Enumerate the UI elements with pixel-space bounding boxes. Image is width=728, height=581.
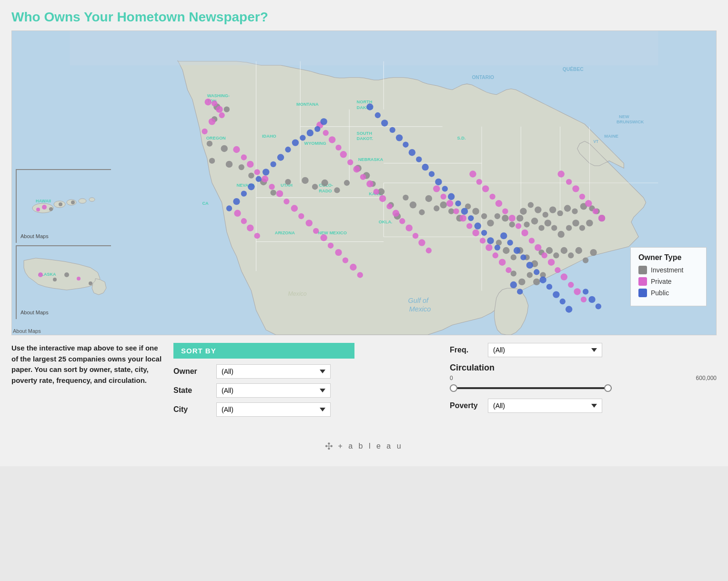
- svg-point-79: [434, 205, 439, 211]
- svg-point-200: [561, 273, 567, 280]
- svg-point-244: [468, 215, 474, 221]
- svg-point-281: [64, 272, 69, 277]
- svg-point-186: [469, 170, 476, 177]
- svg-point-284: [89, 281, 92, 285]
- legend-title: Owner Type: [638, 253, 698, 262]
- state-select[interactable]: (All): [216, 383, 331, 398]
- svg-text:CA: CA: [202, 201, 209, 206]
- svg-point-250: [507, 240, 513, 245]
- svg-point-177: [453, 209, 459, 214]
- description-text: Use the interactive map above to see if …: [11, 343, 164, 386]
- svg-point-154: [350, 264, 356, 270]
- svg-point-169: [399, 218, 405, 224]
- owner-label: Owner: [173, 367, 216, 376]
- svg-point-252: [520, 254, 526, 260]
- svg-point-171: [413, 233, 418, 239]
- svg-point-201: [568, 282, 574, 288]
- legend-label-investment: Investment: [651, 266, 683, 274]
- svg-point-96: [557, 231, 564, 238]
- controls-area: Use the interactive map above to see if …: [11, 343, 717, 431]
- svg-point-282: [77, 277, 81, 280]
- svg-point-157: [323, 130, 329, 136]
- svg-point-217: [307, 130, 313, 136]
- owner-select[interactable]: (All): [216, 364, 331, 379]
- range-thumb-left[interactable]: [450, 384, 457, 392]
- svg-point-208: [557, 170, 564, 177]
- svg-point-251: [514, 247, 520, 254]
- svg-point-249: [500, 232, 507, 239]
- main-container: Who Owns Your Hometown Newspaper?: [0, 0, 728, 466]
- svg-point-141: [254, 169, 260, 175]
- svg-text:BRUNSWICK: BRUNSWICK: [617, 120, 644, 124]
- svg-point-143: [269, 184, 274, 190]
- svg-text:MAINE: MAINE: [604, 134, 618, 139]
- svg-point-114: [503, 247, 509, 254]
- svg-point-149: [313, 228, 319, 234]
- svg-point-90: [516, 215, 523, 221]
- svg-point-172: [418, 239, 425, 246]
- svg-point-246: [481, 230, 487, 236]
- about-maps-bottom-label: About Maps: [13, 328, 41, 334]
- svg-text:WASHING-: WASHING-: [207, 93, 230, 98]
- svg-point-76: [410, 201, 416, 208]
- svg-point-165: [374, 189, 379, 194]
- svg-point-132: [205, 99, 212, 105]
- svg-point-91: [524, 221, 529, 227]
- svg-point-224: [256, 176, 262, 182]
- svg-point-190: [495, 200, 502, 207]
- svg-text:MONTANA: MONTANA: [296, 102, 319, 107]
- svg-point-128: [518, 279, 525, 285]
- svg-point-227: [233, 198, 240, 205]
- freq-select[interactable]: (All): [488, 343, 602, 357]
- svg-point-161: [347, 160, 353, 165]
- svg-point-181: [480, 238, 485, 243]
- svg-text:OREGON: OREGON: [206, 136, 226, 140]
- sort-panel: SORT BY Owner (All) State (All) City (Al…: [173, 343, 440, 421]
- svg-point-60: [248, 172, 254, 178]
- svg-point-234: [403, 142, 408, 148]
- svg-point-55: [207, 141, 212, 147]
- map-svg: WASHING- TON OREGON IDAHO MONTANA WYOMIN…: [12, 31, 716, 335]
- svg-text:RADO: RADO: [319, 189, 332, 193]
- svg-point-106: [564, 205, 571, 211]
- svg-point-138: [233, 146, 240, 153]
- svg-point-153: [343, 257, 348, 263]
- svg-point-134: [216, 106, 222, 112]
- svg-point-218: [300, 135, 305, 140]
- svg-point-173: [426, 248, 432, 253]
- svg-text:NEW MEXICO: NEW MEXICO: [318, 230, 347, 235]
- range-thumb-right[interactable]: [604, 384, 612, 392]
- state-row: State (All): [173, 383, 440, 398]
- legend-dot-public: [638, 289, 647, 297]
- svg-point-235: [409, 149, 415, 156]
- legend-item-investment: Investment: [638, 266, 698, 274]
- svg-point-120: [546, 247, 553, 254]
- svg-text:OKLA.: OKLA.: [379, 220, 393, 224]
- svg-point-238: [429, 171, 435, 177]
- svg-point-109: [543, 212, 548, 218]
- circulation-range: 0 600,000: [450, 375, 717, 381]
- svg-rect-21: [70, 31, 658, 65]
- svg-point-160: [340, 151, 347, 158]
- svg-point-135: [219, 112, 224, 118]
- svg-point-236: [416, 156, 422, 162]
- poverty-select[interactable]: (All): [488, 399, 602, 413]
- svg-point-254: [534, 269, 539, 275]
- svg-point-87: [495, 213, 500, 219]
- svg-point-245: [475, 222, 481, 229]
- circulation-slider[interactable]: [450, 383, 612, 393]
- svg-point-180: [472, 230, 479, 236]
- right-panel: Freq. (All) Circulation 0 600,000: [450, 343, 717, 413]
- svg-point-174: [433, 185, 440, 192]
- svg-point-273: [49, 207, 53, 211]
- city-row: City (All): [173, 402, 440, 417]
- svg-point-210: [572, 185, 579, 192]
- svg-point-168: [393, 210, 399, 217]
- svg-point-62: [270, 190, 276, 195]
- svg-point-237: [422, 164, 428, 170]
- svg-point-233: [396, 134, 403, 141]
- svg-text:WYOMING: WYOMING: [304, 141, 326, 146]
- svg-point-111: [528, 202, 534, 208]
- city-select[interactable]: (All): [216, 402, 331, 417]
- svg-point-94: [545, 220, 551, 226]
